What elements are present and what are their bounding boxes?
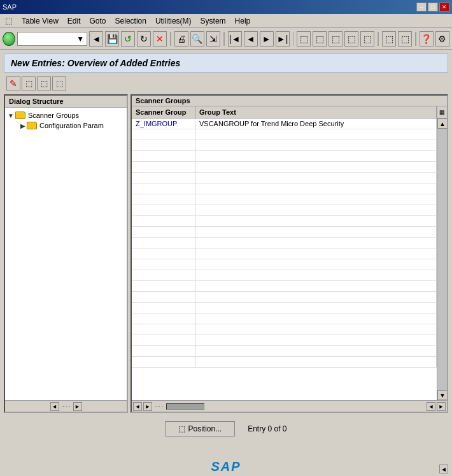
func-btn-6[interactable]: ⬚ bbox=[382, 31, 396, 47]
table-row-empty-7[interactable] bbox=[132, 194, 437, 205]
menu-selection[interactable]: Selection bbox=[111, 15, 150, 27]
find-button[interactable]: 🔍 bbox=[190, 31, 204, 47]
cell-scanner-group: Z_IMGROUP bbox=[132, 119, 195, 129]
table-row-empty-3[interactable] bbox=[132, 151, 437, 162]
table-row-empty-10[interactable] bbox=[132, 227, 437, 238]
dialog-structure-header: Dialog Structure bbox=[5, 96, 127, 108]
menu-goto[interactable]: Goto bbox=[86, 15, 110, 27]
table-row-empty-16[interactable] bbox=[132, 292, 437, 303]
table-scroll-left-btn[interactable]: ◄ bbox=[133, 402, 142, 411]
func-btn-3[interactable]: ⬚ bbox=[328, 31, 343, 47]
table-row-empty-19[interactable] bbox=[132, 324, 437, 335]
position-button[interactable]: ⬚ Position... bbox=[165, 421, 235, 436]
table-row-empty-15[interactable] bbox=[132, 281, 437, 292]
func-btn-2[interactable]: ⬚ bbox=[313, 31, 327, 47]
first-page-button[interactable]: |◄ bbox=[228, 31, 242, 47]
func-btn-1[interactable]: ⬚ bbox=[297, 31, 311, 47]
h-scroll-track[interactable] bbox=[166, 403, 204, 410]
tree-node-config-params[interactable]: ▶ Configuration Param bbox=[20, 120, 124, 131]
table-v-scroll-track[interactable] bbox=[437, 129, 447, 390]
table-row-empty-8[interactable] bbox=[132, 205, 437, 216]
window-controls: – □ ✕ bbox=[416, 3, 449, 11]
table-row-empty-18[interactable] bbox=[132, 314, 437, 324]
nav-prev-button[interactable]: ◄ bbox=[89, 31, 103, 47]
func-btn-5[interactable]: ⬚ bbox=[360, 31, 374, 47]
child-expand-icon: ▶ bbox=[20, 122, 25, 129]
next-page-button[interactable]: ► bbox=[260, 31, 274, 47]
status-indicator bbox=[3, 32, 15, 46]
table-row-empty-20[interactable] bbox=[132, 335, 437, 346]
table-scroll-down-btn[interactable]: ▼ bbox=[437, 390, 447, 400]
toolbar-separator-3 bbox=[293, 32, 294, 46]
position-icon: ⬚ bbox=[178, 424, 185, 433]
maximize-button[interactable]: □ bbox=[428, 3, 438, 11]
action-btn-3[interactable]: ⬚ bbox=[37, 76, 51, 90]
tree-scroll-handle[interactable]: ⋯ bbox=[60, 401, 72, 412]
table-row-empty-21[interactable] bbox=[132, 346, 437, 357]
func-btn-7[interactable]: ⬚ bbox=[398, 31, 412, 47]
table-row-empty-4[interactable] bbox=[132, 162, 437, 173]
table-scroll-right2-btn[interactable]: ► bbox=[437, 402, 446, 411]
table-row-empty-5[interactable] bbox=[132, 173, 437, 184]
folder-icon bbox=[15, 112, 25, 119]
table-row-empty-14[interactable] bbox=[132, 270, 437, 281]
find-next-button[interactable]: ⇲ bbox=[206, 31, 220, 47]
child-folder-icon bbox=[27, 122, 37, 129]
table-row-empty-12[interactable] bbox=[132, 249, 437, 259]
print-button[interactable]: 🖨 bbox=[174, 31, 188, 47]
nav-next-button[interactable]: ↻ bbox=[137, 31, 151, 47]
toolbar-separator-1 bbox=[170, 32, 171, 46]
close-button[interactable]: ✕ bbox=[439, 3, 449, 11]
menu-utilities[interactable]: Utilities(M) bbox=[152, 15, 195, 27]
bottom-action-area: ⬚ Position... Entry 0 of 0 bbox=[4, 413, 448, 445]
table-bottom-bar: ◄ ► ⋯ ◄ ► bbox=[132, 400, 447, 412]
tree-node-scanner-groups[interactable]: ▼ Scanner Groups bbox=[8, 110, 124, 120]
table-scroll-up-btn[interactable]: ▲ bbox=[437, 119, 447, 129]
tree-scroll-right-btn[interactable]: ► bbox=[73, 402, 82, 411]
table-row-empty-6[interactable] bbox=[132, 184, 437, 194]
table-row-empty-11[interactable] bbox=[132, 238, 437, 249]
menu-system[interactable]: System bbox=[197, 15, 230, 27]
content-area: Dialog Structure ▼ Scanner Groups ▶ Conf… bbox=[4, 94, 448, 413]
func-btn-4[interactable]: ⬚ bbox=[344, 31, 358, 47]
back-button[interactable]: ↺ bbox=[121, 31, 135, 47]
expand-icon: ▼ bbox=[8, 112, 14, 119]
table-row-empty-2[interactable] bbox=[132, 140, 437, 151]
help-btn[interactable]: ❓ bbox=[420, 31, 434, 47]
table-row[interactable]: Z_IMGROUP VSCANGROUP for Trend Micro Dee… bbox=[132, 119, 437, 129]
table-row-empty-22[interactable] bbox=[132, 357, 437, 368]
tree-content: ▼ Scanner Groups ▶ Configuration Param bbox=[5, 108, 127, 400]
prev-page-button[interactable]: ◄ bbox=[244, 31, 258, 47]
action-toolbar: ✎ ⬚ ⬚ ⬚ bbox=[4, 75, 448, 92]
table-row-empty-9[interactable] bbox=[132, 216, 437, 227]
h-scroll-handle[interactable]: ⋯ bbox=[153, 401, 165, 412]
table-scroll-right-btn[interactable]: ► bbox=[143, 402, 152, 411]
toolbar-separator-4 bbox=[378, 32, 379, 46]
sap-arrow-btn[interactable]: ◄ bbox=[439, 465, 448, 473]
menu-help[interactable]: Help bbox=[231, 15, 255, 27]
menu-edit[interactable]: Edit bbox=[64, 15, 85, 27]
table-row-empty-1[interactable] bbox=[132, 129, 437, 140]
table-body: Z_IMGROUP VSCANGROUP for Trend Micro Dee… bbox=[132, 119, 447, 400]
transaction-dropdown[interactable]: ▼ bbox=[17, 32, 87, 46]
last-page-button[interactable]: ►| bbox=[276, 31, 290, 47]
menu-table-view[interactable]: Table View bbox=[18, 15, 62, 27]
action-btn-4[interactable]: ⬚ bbox=[52, 76, 66, 90]
minimize-button[interactable]: – bbox=[416, 3, 427, 11]
table-column-headers: Scanner Group Group Text ▦ bbox=[132, 106, 447, 119]
tree-children: ▶ Configuration Param bbox=[20, 120, 124, 131]
table-row-empty-17[interactable] bbox=[132, 303, 437, 314]
action-btn-2[interactable]: ⬚ bbox=[22, 76, 36, 90]
table-row-empty-13[interactable] bbox=[132, 259, 437, 270]
toolbar-separator-2 bbox=[223, 32, 225, 46]
settings-btn[interactable]: ⚙ bbox=[435, 31, 449, 47]
main-toolbar: ▼ ◄ 💾 ↺ ↻ ✕ 🖨 🔍 ⇲ |◄ ◄ ► ►| ⬚ ⬚ ⬚ ⬚ ⬚ ⬚ … bbox=[0, 28, 452, 50]
stop-button[interactable]: ✕ bbox=[153, 31, 167, 47]
tree-scroll-left-btn[interactable]: ◄ bbox=[50, 402, 59, 411]
table-section-label: Scanner Groups bbox=[132, 96, 447, 106]
title-bar: SAP – □ ✕ bbox=[0, 0, 452, 14]
table-scroll-left2-btn[interactable]: ◄ bbox=[427, 402, 435, 411]
action-btn-1[interactable]: ✎ bbox=[6, 76, 20, 90]
save-button[interactable]: 💾 bbox=[105, 31, 119, 47]
dropdown-arrow-icon: ▼ bbox=[76, 34, 84, 43]
